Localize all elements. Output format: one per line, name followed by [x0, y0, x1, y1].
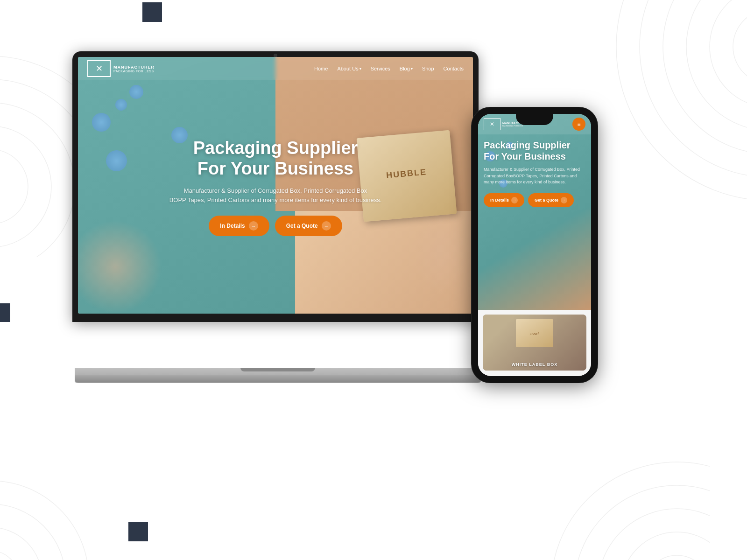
laptop-hero-content: Packaging Supplier For Your Business Man…	[124, 138, 427, 236]
svg-point-7	[686, 0, 747, 131]
logo-icon: ✕	[96, 63, 103, 74]
phone-hero-content: Packaging Supplier For Your Business Man…	[484, 140, 585, 207]
about-dropdown-icon: ▾	[359, 67, 361, 71]
phone-product-card[interactable]: nouri WHITE LABEL BOX	[483, 315, 586, 371]
phone-details-button[interactable]: In Details →	[484, 193, 524, 207]
svg-point-10	[616, 0, 747, 201]
phone-hero-title: Packaging Supplier For Your Business	[484, 140, 585, 162]
svg-point-9	[640, 0, 747, 177]
phone-body: ✕ MANUFACTUR... PACKAGING FOR LESS ≡	[472, 107, 598, 383]
details-arrow-icon: →	[249, 221, 258, 231]
svg-point-15	[644, 555, 710, 560]
phone-logo-icon: ✕	[490, 121, 494, 127]
laptop-mockup: HUBBLE · ✕ MANUFACTURER PACKAGING	[72, 51, 483, 383]
nav-link-about[interactable]: About Us ▾	[337, 66, 361, 71]
nav-link-blog[interactable]: Blog ▾	[400, 66, 413, 71]
phone-lower-section: nouri WHITE LABEL BOX	[478, 310, 591, 376]
laptop-navbar: ✕ MANUFACTURER PACKAGING FOR LESS Home	[78, 57, 473, 80]
hero-background: HUBBLE · ✕ MANUFACTURER PACKAGING	[78, 57, 473, 314]
in-details-button[interactable]: In Details →	[209, 216, 269, 236]
nav-link-home[interactable]: Home	[314, 66, 328, 71]
phone-details-arrow: →	[511, 197, 518, 203]
svg-point-2	[0, 103, 75, 257]
phone-card-label: WHITE LABEL BOX	[512, 362, 557, 367]
white-label-box-image: nouri	[516, 319, 553, 347]
nav-link-shop[interactable]: Shop	[422, 66, 434, 71]
logo-text-area: MANUFACTURER PACKAGING FOR LESS	[113, 65, 155, 73]
nav-links: Home About Us ▾ Services Blog	[314, 66, 464, 71]
get-quote-button[interactable]: Get a Quote →	[275, 216, 342, 236]
svg-point-1	[0, 126, 51, 247]
laptop-body: HUBBLE · ✕ MANUFACTURER PACKAGING	[72, 51, 483, 383]
phone-site-content: ✕ MANUFACTUR... PACKAGING FOR LESS ≡	[478, 114, 591, 376]
blog-dropdown-icon: ▾	[411, 67, 413, 71]
phone-mockup: ✕ MANUFACTUR... PACKAGING FOR LESS ≡	[472, 107, 598, 383]
laptop-base	[75, 368, 481, 383]
phone-quote-arrow: →	[561, 197, 567, 203]
phone-hero-buttons: In Details → Get a Quote →	[484, 193, 585, 207]
phone-logo-box: ✕	[484, 118, 500, 130]
wax-seal-1	[92, 113, 111, 132]
laptop-logo: ✕ MANUFACTURER PACKAGING FOR LESS	[87, 60, 155, 77]
phone-hero-section: ✕ MANUFACTUR... PACKAGING FOR LESS ≡	[478, 114, 591, 310]
hero-title: Packaging Supplier For Your Business	[124, 138, 427, 179]
laptop-screen: HUBBLE · ✕ MANUFACTURER PACKAGING	[78, 57, 473, 314]
phone-screen: ✕ MANUFACTUR... PACKAGING FOR LESS ≡	[478, 114, 591, 376]
laptop-screen-bezel: HUBBLE · ✕ MANUFACTURER PACKAGING	[72, 51, 479, 322]
wax-seal-2	[129, 85, 143, 99]
svg-point-5	[733, 9, 747, 84]
hero-subtitle: Manufacturer & Supplier of Corrugated Bo…	[124, 186, 427, 204]
svg-point-12	[0, 527, 42, 560]
phone-menu-button[interactable]: ≡	[572, 118, 585, 131]
laptop-hinge	[240, 368, 315, 371]
quote-arrow-icon: →	[322, 221, 331, 231]
hero-buttons: In Details → Get a Quote →	[124, 216, 427, 236]
svg-point-11	[0, 551, 19, 560]
wax-seal-3	[115, 99, 127, 111]
svg-point-6	[710, 0, 747, 107]
svg-point-13	[0, 504, 65, 560]
nav-link-services[interactable]: Services	[371, 66, 390, 71]
logo-title: MANUFACTURER	[113, 65, 155, 70]
logo-box: ✕	[87, 60, 111, 77]
svg-point-17	[598, 509, 710, 560]
svg-point-8	[663, 0, 747, 154]
laptop-foot	[75, 375, 481, 383]
phone-hero-subtitle: Manufacturer & Supplier of Corrugated Bo…	[484, 167, 585, 186]
phone-notch	[516, 114, 553, 125]
nav-link-contacts[interactable]: Contacts	[444, 66, 464, 71]
logo-subtitle: PACKAGING FOR LESS	[113, 70, 155, 73]
phone-quote-button[interactable]: Get a Quote →	[528, 193, 574, 207]
svg-point-0	[0, 149, 28, 224]
svg-point-19	[551, 462, 710, 560]
svg-point-16	[621, 532, 710, 560]
svg-point-14	[0, 481, 89, 560]
svg-point-18	[574, 485, 710, 560]
